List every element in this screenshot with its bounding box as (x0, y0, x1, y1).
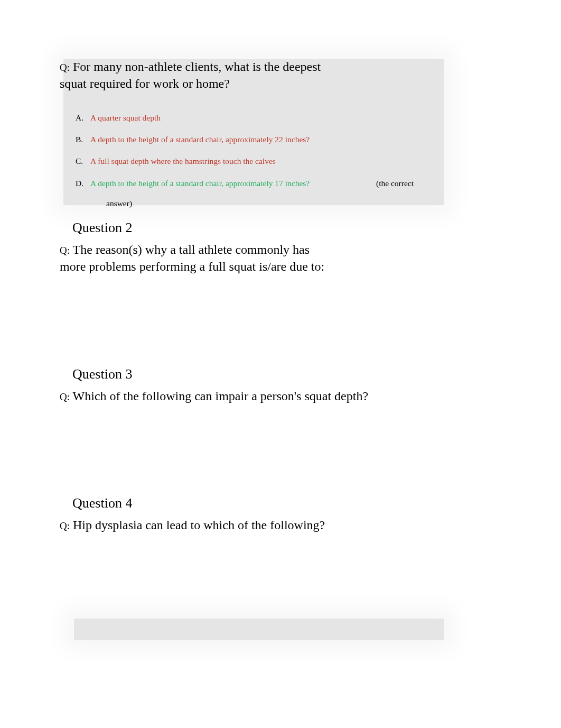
answer-text: A depth to the height of a standard chai… (90, 133, 310, 145)
q1-prefix: Q: (60, 62, 70, 73)
q4-question: Q: Hip dysplasia can lead to which of th… (60, 517, 356, 533)
content-area: Q: For many non-athlete clients, what is… (0, 0, 561, 605)
answer-text: A quarter squat depth (90, 112, 161, 124)
q2-text: The reason(s) why a tall athlete commonl… (60, 243, 324, 273)
q1-answer-c: C. A full squat depth where the hamstrin… (76, 155, 445, 167)
q3-text: Which of the following can impair a pers… (73, 389, 369, 403)
q1-answer-a: A. A quarter squat depth (76, 112, 445, 124)
answer-text: A full squat depth where the hamstrings … (90, 155, 276, 167)
correct-note-end: answer) (106, 199, 445, 208)
answer-letter: B. (76, 133, 90, 145)
q4-prefix: Q: (60, 520, 70, 531)
q3-question: Q: Which of the following can impair a p… (60, 388, 377, 404)
q3-heading: Question 3 (72, 366, 513, 382)
q1-answers: A. A quarter squat depth B. A depth to t… (76, 112, 445, 208)
q4-text: Hip dysplasia can lead to which of the f… (73, 518, 325, 532)
spacer (60, 533, 513, 605)
q1-question: Q: For many non-athlete clients, what is… (60, 58, 350, 93)
q2-heading: Question 2 (72, 220, 513, 236)
q4-heading: Question 4 (72, 495, 513, 511)
answer-letter: A. (76, 112, 90, 124)
bottom-highlight-box (74, 619, 444, 640)
answer-text: A depth to the height of a standard chai… (90, 177, 310, 189)
answer-letter: C. (76, 155, 90, 167)
spacer (60, 404, 513, 484)
q3-prefix: Q: (60, 391, 70, 402)
answer-letter: D. (76, 177, 90, 189)
q1-answer-b: B. A depth to the height of a standard c… (76, 133, 445, 145)
correct-note-start: (the correct (355, 177, 414, 189)
spacer (60, 275, 513, 355)
page: Q: For many non-athlete clients, what is… (0, 0, 561, 728)
q2-question: Q: The reason(s) why a tall athlete comm… (60, 241, 334, 275)
q1-answer-d: D. A depth to the height of a standard c… (76, 177, 414, 189)
q1-text: For many non-athlete clients, what is th… (60, 60, 321, 90)
q2-prefix: Q: (60, 245, 70, 256)
